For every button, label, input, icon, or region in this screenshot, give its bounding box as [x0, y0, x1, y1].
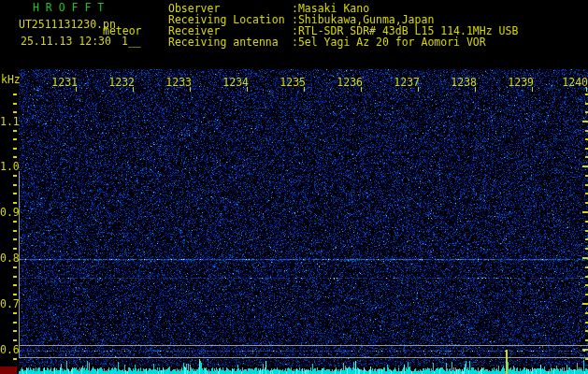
freq-minor-tick [13, 193, 17, 194]
freq-minor-tick [13, 184, 17, 186]
time-tick [247, 87, 248, 92]
spectrogram-canvas [0, 0, 588, 374]
freq-label-1.0: 1.0 [0, 161, 17, 172]
capture-datetime: 25.11.13 12:30 [21, 36, 111, 47]
right-major-tick [582, 211, 588, 213]
time-label-1233: 1233 [154, 77, 192, 88]
time-label-1239: 1239 [496, 77, 534, 88]
freq-minor-tick [13, 294, 17, 295]
time-label-1232: 1232 [97, 77, 135, 88]
time-tick [418, 87, 419, 92]
time-label-1240: 1240 [551, 77, 588, 88]
time-label-1237: 1237 [382, 77, 420, 88]
freq-minor-tick [13, 138, 17, 140]
time-tick [190, 87, 191, 92]
freq-minor-tick [13, 156, 17, 158]
freq-unit-label: kHz [1, 74, 21, 85]
freq-minor-tick [13, 358, 17, 360]
time-label-1231: 1231 [40, 77, 78, 88]
time-tick [586, 87, 587, 92]
freq-minor-tick [13, 284, 17, 286]
right-major-tick [582, 257, 588, 259]
time-tick [133, 87, 134, 92]
time-label-1236: 1236 [325, 77, 363, 88]
time-label-1238: 1238 [439, 77, 477, 88]
time-tick [361, 87, 362, 92]
freq-minor-tick [13, 148, 17, 150]
right-major-tick [582, 303, 588, 305]
right-major-tick [582, 121, 588, 122]
freq-minor-tick [13, 339, 17, 341]
freq-minor-tick [13, 221, 17, 223]
freq-label-1.1: 1.1 [0, 116, 17, 127]
freq-label-0.9: 0.9 [0, 207, 17, 218]
freq-minor-tick [13, 103, 17, 105]
freq-label-0.6: 0.6 [0, 344, 17, 355]
freq-minor-tick [13, 238, 17, 240]
freq-minor-tick [13, 266, 17, 268]
capture-filename: UT2511131230.pn [19, 19, 116, 30]
freq-minor-tick [13, 175, 17, 177]
time-tick [304, 87, 305, 92]
freq-minor-tick [13, 202, 17, 204]
time-tick [532, 87, 533, 92]
freq-minor-tick [13, 330, 17, 332]
freq-label-0.7: 0.7 [0, 298, 17, 309]
freq-minor-tick [13, 322, 17, 324]
field-label-antenna: Receiving antenna [168, 36, 279, 48]
freq-minor-tick [13, 94, 17, 95]
time-tick [76, 87, 77, 92]
time-label-1235: 1235 [268, 77, 306, 88]
freq-minor-tick [13, 276, 17, 278]
field-value-antenna: :5el Yagi Az 20 for Aomori VOR [292, 36, 486, 48]
right-major-tick [582, 165, 588, 167]
freq-minor-tick [13, 130, 17, 132]
app-title: H R O F F T [33, 2, 104, 13]
time-label-1234: 1234 [211, 77, 249, 88]
freq-minor-tick [13, 312, 17, 314]
freq-minor-tick [13, 248, 17, 250]
echo-count: 1__ [122, 36, 141, 47]
hrofft-screen: H R O F F T UT2511131230.pn m̈eteor 25.1… [0, 0, 588, 374]
right-major-tick [582, 349, 588, 351]
freq-label-0.8: 0.8 [0, 252, 17, 264]
freq-minor-tick [13, 230, 17, 232]
freq-minor-tick [13, 111, 17, 113]
time-tick [475, 87, 476, 92]
